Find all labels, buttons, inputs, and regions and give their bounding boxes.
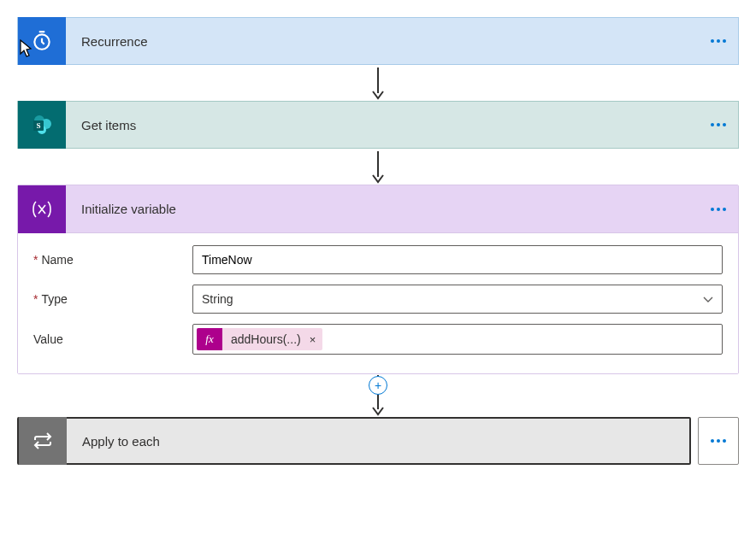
svg-point-1 [711, 39, 714, 43]
initialize-variable-step: Initialize variable *Name *Type String [17, 185, 739, 374]
value-input[interactable]: fx addHours(...) × [192, 324, 723, 355]
svg-point-19 [717, 439, 720, 443]
more-menu[interactable] [698, 417, 739, 465]
svg-point-15 [717, 208, 720, 211]
name-input[interactable] [192, 245, 723, 274]
svg-point-11 [717, 123, 720, 126]
apply-to-each-step: Apply to each [17, 417, 739, 465]
more-menu[interactable] [699, 17, 738, 65]
clock-icon [18, 17, 66, 65]
more-menu[interactable] [699, 101, 738, 149]
flow-arrow [369, 65, 387, 101]
variable-icon [18, 185, 66, 233]
expression-token[interactable]: fx addHours(...) × [197, 328, 322, 350]
token-label: addHours(...) [222, 332, 308, 346]
add-step-button[interactable]: + [369, 376, 387, 395]
step-title: Initialize variable [66, 202, 699, 216]
svg-point-16 [723, 208, 726, 211]
remove-token-button[interactable]: × [308, 333, 323, 346]
step-title: Recurrence [66, 34, 699, 49]
value-label: Value [33, 332, 179, 346]
chevron-down-icon [703, 292, 713, 306]
svg-point-18 [711, 439, 714, 443]
name-label: *Name [33, 253, 179, 267]
get-items-step[interactable]: S Get items [17, 101, 739, 149]
step-header[interactable]: Initialize variable [18, 185, 738, 233]
type-select[interactable]: String [192, 285, 723, 314]
flow-arrow [369, 149, 387, 185]
sharepoint-icon: S [18, 101, 66, 149]
type-label: *Type [33, 292, 179, 306]
more-menu[interactable] [699, 185, 738, 233]
step-title: Get items [66, 118, 699, 132]
loop-icon [19, 417, 67, 465]
flow-arrow-with-add: + [369, 374, 387, 417]
recurrence-step[interactable]: Recurrence [17, 17, 739, 65]
svg-point-3 [723, 39, 726, 43]
fx-icon: fx [197, 328, 222, 350]
step-title: Apply to each [67, 434, 689, 449]
svg-point-14 [711, 208, 714, 211]
svg-point-12 [723, 123, 726, 126]
svg-point-10 [711, 123, 714, 126]
svg-point-20 [723, 439, 726, 443]
step-header[interactable]: Apply to each [17, 417, 691, 465]
step-body: *Name *Type String Value [18, 233, 738, 373]
svg-text:S: S [36, 121, 40, 130]
svg-point-2 [717, 39, 720, 43]
